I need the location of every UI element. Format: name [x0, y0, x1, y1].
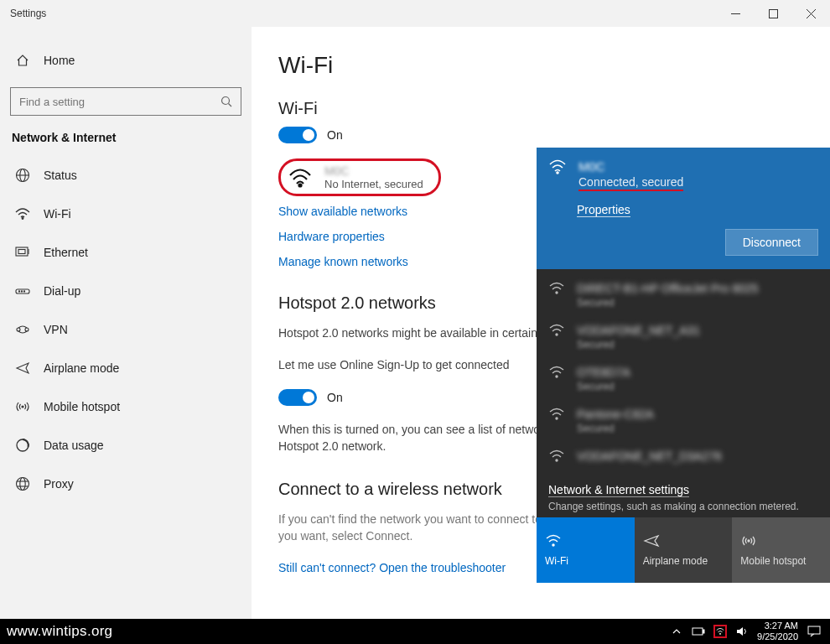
- network-security: Secured: [577, 423, 654, 434]
- network-name: OTE8D7A: [577, 366, 630, 379]
- search-box[interactable]: [10, 87, 241, 116]
- nav-section-heading: Network & Internet: [0, 127, 252, 156]
- network-security: Secured: [577, 381, 630, 392]
- tile-label: Airplane mode: [643, 555, 724, 567]
- network-security: Secured: [577, 297, 759, 309]
- svg-rect-34: [693, 628, 703, 635]
- nav-hotspot[interactable]: Mobile hotspot: [0, 387, 252, 426]
- nav-label: Status: [44, 169, 77, 182]
- hotspot-icon: [15, 401, 30, 413]
- nav-label: VPN: [44, 323, 68, 336]
- nav-home-label: Home: [44, 54, 75, 67]
- network-settings-sub: Change settings, such as making a connec…: [548, 501, 818, 512]
- wifi-icon: [548, 366, 565, 379]
- disconnect-button[interactable]: Disconnect: [725, 229, 818, 256]
- taskbar: www.wintips.org 3:27 AM 9/25/2020: [0, 619, 830, 644]
- svg-point-14: [18, 291, 19, 292]
- proxy-icon: [15, 476, 30, 491]
- svg-line-5: [229, 104, 232, 107]
- nav-wifi[interactable]: Wi-Fi: [0, 195, 252, 233]
- tile-label: Wi-Fi: [545, 555, 626, 567]
- tray-battery-icon[interactable]: [692, 625, 705, 638]
- troubleshooter-link[interactable]: Still can't connect? Open the troublesho…: [278, 561, 506, 574]
- dialup-icon: [15, 287, 30, 295]
- flyout-network-item[interactable]: VODAFONE_NET_A31Secured: [537, 316, 830, 358]
- watermark: www.wintips.org: [0, 623, 670, 640]
- wifi-icon: [548, 449, 565, 463]
- network-name: VODAFONE_NET_A31: [577, 324, 700, 337]
- nav-label: Proxy: [44, 477, 74, 491]
- nav-vpn[interactable]: VPN: [0, 310, 252, 349]
- tray-chevron-up-icon[interactable]: [670, 625, 683, 638]
- network-flyout: M0C Connected, secured Properties Discon…: [537, 148, 830, 583]
- flyout-properties-link[interactable]: Properties: [577, 203, 630, 217]
- network-settings-link[interactable]: Network & Internet settings: [548, 483, 689, 497]
- flyout-network-item[interactable]: OTE8D7ASecured: [537, 358, 830, 400]
- flyout-network-item[interactable]: VODAFONE_NET_D3A276: [537, 442, 830, 470]
- flyout-connected-state: Connected, secured: [578, 175, 683, 191]
- svg-point-36: [719, 633, 720, 634]
- network-name: Pantone-C82A: [577, 408, 654, 421]
- wifi-icon: [15, 208, 30, 220]
- flyout-ssid: M0C: [578, 159, 683, 174]
- nav-airplane[interactable]: Airplane mode: [0, 349, 252, 387]
- svg-point-16: [23, 291, 24, 292]
- flyout-network-item[interactable]: DIRECT-B1-HP OfficeJet Pro 8025Secured: [537, 274, 830, 316]
- wifi-heading: Wi-Fi: [278, 99, 803, 118]
- tray-network-icon[interactable]: [713, 625, 727, 638]
- nav-label: Dial-up: [44, 284, 80, 298]
- minimize-button[interactable]: [717, 0, 755, 27]
- tray-action-center-icon[interactable]: [807, 625, 822, 638]
- svg-point-4: [222, 97, 230, 105]
- current-connection[interactable]: M0C No Internet, secured: [278, 158, 441, 196]
- system-tray: 3:27 AM 9/25/2020: [670, 619, 830, 644]
- sidebar: Home Network & Internet Status Wi-Fi Eth…: [0, 27, 252, 621]
- window-title: Settings: [10, 8, 717, 19]
- nav-dialup[interactable]: Dial-up: [0, 272, 252, 310]
- network-name: VODAFONE_NET_D3A276: [577, 449, 722, 463]
- svg-rect-10: [16, 247, 28, 256]
- svg-point-29: [556, 376, 558, 377]
- nav-label: Ethernet: [44, 246, 88, 259]
- wifi-icon: [548, 408, 565, 421]
- flyout-connected[interactable]: M0C Connected, secured Properties Discon…: [537, 148, 830, 269]
- wifi-icon: [548, 324, 565, 337]
- nav-home[interactable]: Home: [0, 44, 252, 77]
- flyout-network-list: DIRECT-B1-HP OfficeJet Pro 8025Secured V…: [537, 269, 830, 475]
- nav-ethernet[interactable]: Ethernet: [0, 233, 252, 272]
- svg-point-25: [299, 184, 302, 186]
- svg-point-19: [22, 406, 23, 408]
- flyout-tiles: Wi-Fi Airplane mode Mobile hotspot: [537, 517, 830, 583]
- svg-rect-1: [770, 9, 778, 18]
- connection-state: No Internet, secured: [324, 178, 423, 190]
- tray-time: 3:27 AM: [757, 621, 798, 631]
- search-icon: [220, 96, 232, 107]
- close-button[interactable]: [792, 0, 830, 27]
- flyout-settings: Network & Internet settings Change setti…: [537, 475, 830, 517]
- wifi-toggle[interactable]: [278, 127, 317, 143]
- tray-clock[interactable]: 3:27 AM 9/25/2020: [757, 621, 798, 641]
- home-icon: [15, 54, 30, 67]
- search-input[interactable]: [19, 96, 220, 108]
- network-security: Secured: [577, 339, 700, 351]
- svg-point-18: [25, 328, 29, 331]
- maximize-button[interactable]: [755, 0, 792, 27]
- tile-wifi[interactable]: Wi-Fi: [537, 517, 635, 583]
- tray-volume-icon[interactable]: [735, 625, 749, 638]
- svg-point-27: [556, 292, 558, 293]
- nav-proxy[interactable]: Proxy: [0, 465, 252, 503]
- titlebar: Settings: [0, 0, 830, 27]
- tile-hotspot[interactable]: Mobile hotspot: [732, 517, 830, 583]
- nav-label: Data usage: [44, 439, 104, 452]
- nav-label: Mobile hotspot: [44, 400, 120, 413]
- flyout-network-item[interactable]: Pantone-C82ASecured: [537, 400, 830, 442]
- svg-point-28: [556, 334, 558, 335]
- hotspot-icon: [740, 532, 822, 550]
- network-name: DIRECT-B1-HP OfficeJet Pro 8025: [577, 282, 759, 295]
- tray-date: 9/25/2020: [757, 631, 798, 642]
- svg-point-31: [556, 460, 558, 461]
- nav-status[interactable]: Status: [0, 156, 252, 195]
- nav-datausage[interactable]: Data usage: [0, 426, 252, 465]
- tile-airplane[interactable]: Airplane mode: [635, 517, 733, 583]
- hotspot-signup-toggle[interactable]: [278, 389, 317, 406]
